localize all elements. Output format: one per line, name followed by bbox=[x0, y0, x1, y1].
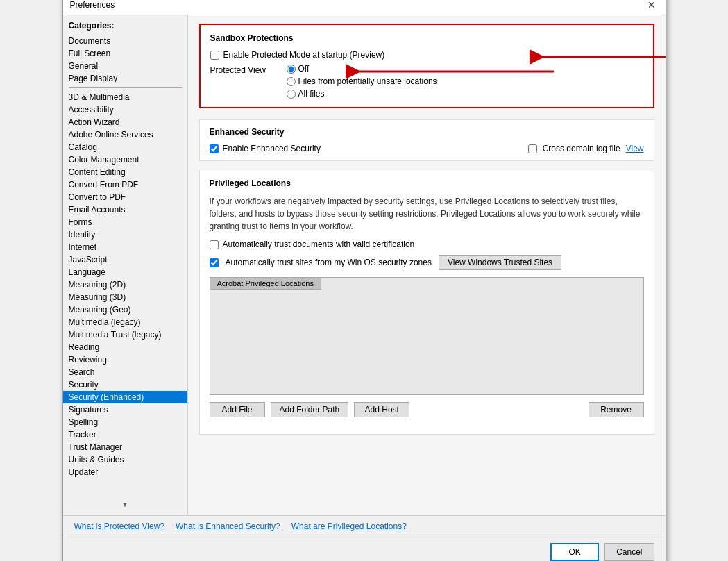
protected-view-link[interactable]: What is Protected View? bbox=[74, 521, 165, 531]
locations-box: Acrobat Privileged Locations bbox=[210, 277, 644, 395]
privileged-section: Privileged Locations If your workflows a… bbox=[199, 171, 654, 435]
files-unsafe-radio[interactable] bbox=[287, 77, 296, 86]
remove-button[interactable]: Remove bbox=[589, 402, 644, 417]
enhanced-section: Enhanced Security Enable Enhanced Securi… bbox=[199, 119, 654, 161]
sidebar-item-page-display[interactable]: Page Display bbox=[63, 72, 187, 85]
title-bar: Preferences ✕ bbox=[63, 0, 666, 15]
preferences-dialog: Preferences ✕ Categories: DocumentsFull … bbox=[62, 0, 666, 561]
sidebar-item-general[interactable]: General bbox=[63, 60, 187, 72]
off-option: Off bbox=[287, 64, 437, 74]
add-folder-button[interactable]: Add Folder Path bbox=[271, 402, 349, 417]
enable-protected-mode-row: Enable Protected Mode at startup (Previe… bbox=[210, 50, 643, 60]
sidebar-item-updater[interactable]: Updater bbox=[63, 466, 187, 478]
enhanced-right: Cross domain log file View bbox=[528, 144, 644, 153]
locations-tab: Acrobat Privileged Locations bbox=[210, 278, 321, 290]
arrow1-icon bbox=[530, 49, 666, 65]
sidebar-item-search[interactable]: Search bbox=[63, 366, 187, 378]
sidebar-item-security-enhanced[interactable]: Security (Enhanced) bbox=[63, 391, 187, 403]
sidebar-item-color-management[interactable]: Color Management bbox=[63, 153, 187, 166]
sidebar-item-documents[interactable]: Documents bbox=[63, 35, 187, 47]
off-label: Off bbox=[298, 64, 310, 74]
dialog-title: Preferences bbox=[70, 0, 115, 10]
sidebar-item-spelling[interactable]: Spelling bbox=[63, 416, 187, 428]
enable-protected-mode-label: Enable Protected Mode at startup (Previe… bbox=[223, 50, 385, 60]
sandbox-section: Sandbox Protections Enable Protected Mod… bbox=[199, 24, 654, 108]
enhanced-left: Enable Enhanced Security bbox=[210, 144, 321, 153]
auto-trust-cert-row: Automatically trust documents with valid… bbox=[210, 240, 644, 249]
protected-view-row: Protected View Off bbox=[210, 64, 643, 99]
enable-protected-mode-checkbox[interactable] bbox=[210, 51, 219, 60]
privileged-locations-link[interactable]: What are Privileged Locations? bbox=[291, 521, 407, 531]
sidebar-item-content-editing[interactable]: Content Editing bbox=[63, 166, 187, 178]
sidebar-item-measuring-3d[interactable]: Measuring (3D) bbox=[63, 291, 187, 303]
left-panel: Categories: DocumentsFull ScreenGeneralP… bbox=[63, 15, 188, 515]
category-list: DocumentsFull ScreenGeneralPage Display3… bbox=[63, 35, 187, 499]
privileged-title: Privileged Locations bbox=[210, 178, 644, 188]
sidebar-item-adobe-online[interactable]: Adobe Online Services bbox=[63, 128, 187, 141]
sidebar-item-language[interactable]: Language bbox=[63, 266, 187, 278]
sidebar-item-multimedia-trust[interactable]: Multimedia Trust (legacy) bbox=[63, 328, 187, 341]
sidebar-item-email-accounts[interactable]: Email Accounts bbox=[63, 203, 187, 216]
scroll-down-arrow: ▼ bbox=[63, 499, 187, 510]
sidebar-item-forms[interactable]: Forms bbox=[63, 216, 187, 228]
sidebar-item-javascript[interactable]: JavaScript bbox=[63, 253, 187, 266]
dialog-body: Categories: DocumentsFull ScreenGeneralP… bbox=[63, 15, 666, 515]
sidebar-item-convert-from-pdf[interactable]: Convert From PDF bbox=[63, 178, 187, 191]
dialog-buttons: OK Cancel bbox=[63, 537, 666, 561]
protected-view-options: Off bbox=[287, 64, 437, 99]
all-files-option: All files bbox=[287, 89, 437, 99]
cross-domain-label: Cross domain log file bbox=[543, 144, 620, 153]
add-file-button[interactable]: Add File bbox=[210, 402, 265, 417]
privileged-desc: If your workflows are negatively impacte… bbox=[210, 195, 644, 233]
sidebar-item-security[interactable]: Security bbox=[63, 378, 187, 391]
cross-domain-checkbox[interactable] bbox=[528, 144, 537, 153]
sidebar-item-reading[interactable]: Reading bbox=[63, 341, 187, 353]
sidebar-item-internet[interactable]: Internet bbox=[63, 241, 187, 253]
arrow2-icon bbox=[346, 64, 561, 79]
sidebar-item-signatures[interactable]: Signatures bbox=[63, 403, 187, 416]
sidebar-item-accessibility[interactable]: Accessibility bbox=[63, 103, 187, 116]
category-divider bbox=[69, 87, 182, 88]
enhanced-security-link[interactable]: What is Enhanced Security? bbox=[176, 521, 280, 531]
sidebar-item-action-wizard[interactable]: Action Wizard bbox=[63, 116, 187, 128]
categories-label: Categories: bbox=[63, 21, 187, 35]
bottom-links: What is Protected View? What is Enhanced… bbox=[63, 515, 666, 537]
sidebar-item-convert-to-pdf[interactable]: Convert to PDF bbox=[63, 191, 187, 203]
enable-enhanced-checkbox[interactable] bbox=[210, 144, 219, 153]
auto-trust-cert-checkbox[interactable] bbox=[210, 240, 219, 249]
sidebar-item-multimedia-legacy[interactable]: Multimedia (legacy) bbox=[63, 316, 187, 328]
sidebar-item-measuring-geo[interactable]: Measuring (Geo) bbox=[63, 303, 187, 316]
sidebar-item-measuring-2d[interactable]: Measuring (2D) bbox=[63, 278, 187, 291]
action-buttons-row: Add File Add Folder Path Add Host Remove bbox=[210, 402, 644, 417]
sidebar-item-catalog[interactable]: Catalog bbox=[63, 141, 187, 153]
auto-trust-sites-row: Automatically trust sites from my Win OS… bbox=[210, 255, 644, 270]
protected-view-label: Protected View bbox=[210, 64, 280, 75]
ok-button[interactable]: OK bbox=[550, 543, 599, 561]
enable-enhanced-label: Enable Enhanced Security bbox=[223, 144, 321, 153]
right-panel: Sandbox Protections Enable Protected Mod… bbox=[188, 15, 666, 515]
sidebar-item-fullscreen[interactable]: Full Screen bbox=[63, 47, 187, 60]
view-trusted-sites-button[interactable]: View Windows Trusted Sites bbox=[439, 255, 561, 270]
add-host-button[interactable]: Add Host bbox=[354, 402, 409, 417]
auto-trust-sites-label: Automatically trust sites from my Win OS… bbox=[226, 258, 432, 267]
sidebar-item-units-guides[interactable]: Units & Guides bbox=[63, 453, 187, 466]
sidebar-item-3d-multimedia[interactable]: 3D & Multimedia bbox=[63, 91, 187, 103]
enhanced-title: Enhanced Security bbox=[210, 127, 644, 137]
all-files-label: All files bbox=[298, 89, 325, 99]
view-link[interactable]: View bbox=[626, 144, 644, 153]
close-button[interactable]: ✕ bbox=[645, 0, 659, 12]
sidebar-item-tracker[interactable]: Tracker bbox=[63, 428, 187, 441]
sandbox-title: Sandbox Protections bbox=[210, 33, 643, 43]
auto-trust-sites-checkbox[interactable] bbox=[210, 258, 219, 267]
sidebar-item-identity[interactable]: Identity bbox=[63, 228, 187, 241]
sidebar-item-reviewing[interactable]: Reviewing bbox=[63, 353, 187, 366]
off-radio[interactable] bbox=[287, 65, 296, 74]
auto-trust-cert-label: Automatically trust documents with valid… bbox=[223, 240, 415, 249]
all-files-radio[interactable] bbox=[287, 90, 296, 99]
sidebar-item-trust-manager[interactable]: Trust Manager bbox=[63, 441, 187, 453]
enhanced-row: Enable Enhanced Security Cross domain lo… bbox=[210, 144, 644, 153]
cancel-button[interactable]: Cancel bbox=[604, 543, 654, 561]
